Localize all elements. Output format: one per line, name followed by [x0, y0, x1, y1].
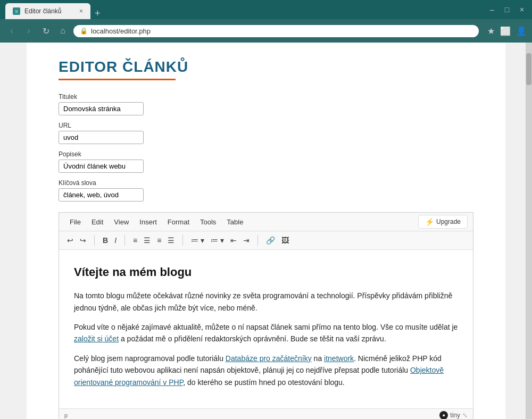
menu-table[interactable]: Table	[221, 216, 248, 228]
redo-btn[interactable]: ↪	[77, 234, 89, 246]
align-center-btn[interactable]: ☰	[141, 234, 153, 246]
menu-view[interactable]: View	[109, 216, 134, 228]
tiny-label: tiny	[450, 412, 460, 419]
bold-btn[interactable]: B	[100, 234, 111, 246]
tab-favicon: S	[13, 7, 20, 15]
content-paragraph3: Celý blog jsem naprogramoval podle tutor…	[74, 353, 458, 388]
sep4	[257, 235, 258, 246]
titulek-group: Titulek	[59, 93, 473, 115]
profile-icon[interactable]: 👤	[516, 26, 527, 36]
popisek-group: Popisek	[59, 150, 473, 173]
align-left-btn[interactable]: ≡	[130, 234, 140, 246]
browser-titlebar: S Editor článků × + – □ ×	[0, 0, 532, 19]
content-paragraph1: Na tomto blogu můžete očekávat různé nov…	[74, 290, 458, 314]
popisek-label: Popisek	[59, 150, 473, 158]
p3-pre: Celý blog jsem naprogramoval podle tutor…	[74, 354, 226, 363]
minimize-btn[interactable]: –	[487, 5, 497, 14]
klicova-label: Klíčová slova	[59, 179, 473, 187]
tab-title: Editor článků	[24, 7, 61, 15]
history-group: ↩ ↪	[64, 234, 89, 246]
scrollbar-thumb[interactable]	[526, 53, 531, 85]
p2-mid: a požádat mě o přidělení redaktorských o…	[119, 334, 386, 343]
sep3	[182, 235, 183, 246]
italic-btn[interactable]: I	[112, 234, 119, 246]
p3-link2[interactable]: itnetwork	[324, 354, 354, 363]
menu-file[interactable]: File	[64, 216, 86, 228]
p3-mid1: na	[312, 354, 324, 363]
menu-insert[interactable]: Insert	[134, 216, 162, 228]
editor-toolbar: ↩ ↪ B I ≡ ☰ ≡ ☰	[59, 231, 473, 250]
title-underline	[59, 79, 176, 80]
window-controls: – □ ×	[487, 5, 527, 14]
menu-tools[interactable]: Tools	[195, 216, 221, 228]
lock-icon: 🔒	[80, 27, 88, 35]
browser-toolbar: ‹ › ↻ ⌂ 🔒 localhost/editor.php ★ ⬜ 👤	[0, 19, 532, 43]
tab-close-btn[interactable]: ×	[79, 7, 83, 15]
align-right-btn[interactable]: ≡	[154, 234, 164, 246]
address-text: localhost/editor.php	[91, 27, 151, 35]
align-group: ≡ ☰ ≡ ☰	[130, 234, 177, 246]
klicova-group: Klíčová slova	[59, 179, 473, 202]
page-title: EDITOR ČLÁNKŮ	[59, 58, 473, 76]
lightning-icon: ⚡	[425, 217, 434, 226]
maximize-btn[interactable]: □	[502, 5, 512, 14]
image-btn[interactable]: 🖼	[279, 234, 292, 246]
home-btn[interactable]: ⌂	[56, 26, 69, 36]
page-wrapper: EDITOR ČLÁNKŮ Titulek URL Popisek Klíčov…	[0, 43, 532, 419]
editor-path: p	[64, 412, 68, 418]
upgrade-btn[interactable]: ⚡ Upgrade	[418, 215, 468, 229]
scrollbar-track[interactable]	[526, 43, 532, 419]
content-heading: Vítejte na mém blogu	[74, 263, 458, 281]
popisek-input[interactable]	[59, 160, 144, 173]
url-input[interactable]	[59, 131, 144, 144]
menu-format[interactable]: Format	[162, 216, 195, 228]
link-btn[interactable]: 🔗	[263, 234, 278, 246]
browser-action-icons: ★ ⬜ 👤	[487, 26, 527, 36]
tinymce-logo: ● tiny	[439, 411, 460, 419]
unordered-list-btn[interactable]: ≔ ▾	[188, 234, 207, 246]
insert-group: 🔗 🖼	[263, 234, 292, 246]
resize-handle[interactable]: ⤡	[462, 412, 468, 419]
outdent-btn[interactable]: ⇤	[228, 234, 239, 246]
forward-btn[interactable]: ›	[22, 26, 35, 36]
editor-menubar: File Edit View Insert Format Tools Table…	[59, 213, 473, 231]
editor-container: File Edit View Insert Format Tools Table…	[59, 212, 473, 419]
klicova-input[interactable]	[59, 188, 144, 202]
page-content: EDITOR ČLÁNKŮ Titulek URL Popisek Klíčov…	[27, 43, 505, 419]
address-bar[interactable]: 🔒 localhost/editor.php	[73, 25, 479, 37]
indent-btn[interactable]: ⇥	[240, 234, 252, 246]
upgrade-label: Upgrade	[436, 218, 461, 225]
titulek-label: Titulek	[59, 93, 473, 100]
browser-tab[interactable]: S Editor článků ×	[5, 3, 90, 19]
layout-icon[interactable]: ⬜	[500, 26, 511, 36]
p3-end: , do kterého se pustím hned po otestován…	[183, 378, 345, 387]
back-btn[interactable]: ‹	[5, 26, 18, 36]
align-justify-btn[interactable]: ☰	[165, 234, 177, 246]
close-btn[interactable]: ×	[517, 5, 527, 14]
ordered-list-btn[interactable]: ≔ ▾	[208, 234, 227, 246]
url-label: URL	[59, 122, 473, 129]
p2-link1[interactable]: založit si účet	[74, 334, 119, 343]
list-group: ≔ ▾ ≔ ▾ ⇤ ⇥	[188, 234, 252, 246]
sep1	[94, 235, 95, 246]
tiny-dot: ●	[439, 411, 448, 419]
format-group: B I	[100, 234, 119, 246]
titulek-input[interactable]	[59, 102, 144, 115]
undo-btn[interactable]: ↩	[64, 234, 76, 246]
menu-edit[interactable]: Edit	[86, 216, 109, 228]
editor-body[interactable]: Vítejte na mém blogu Na tomto blogu může…	[59, 250, 473, 408]
editor-footer: p ● tiny ⤡	[59, 408, 473, 419]
p3-link1[interactable]: Databáze pro začátečníky	[226, 354, 312, 363]
new-tab-btn[interactable]: +	[95, 8, 101, 19]
p2-pre: Pokud víte o nějaké zajímavé aktualitě, …	[74, 323, 458, 331]
url-group: URL	[59, 122, 473, 144]
sep2	[124, 235, 125, 246]
extensions-icon[interactable]: ★	[487, 26, 495, 36]
content-paragraph2: Pokud víte o nějaké zajímavé aktualitě, …	[74, 321, 458, 345]
refresh-btn[interactable]: ↻	[39, 26, 52, 36]
